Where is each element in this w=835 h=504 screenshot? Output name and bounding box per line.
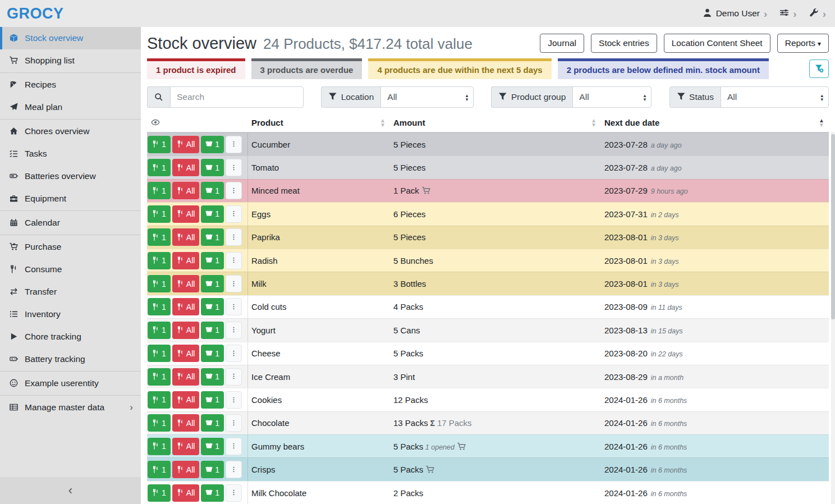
alert-overdue[interactable]: 3 products are overdue — [251, 58, 363, 79]
alert-duesoon[interactable]: 4 products are due within the next 5 day… — [368, 58, 551, 79]
consume-one-button[interactable]: 1 — [148, 275, 171, 292]
consume-one-button[interactable]: 1 — [148, 298, 171, 315]
consume-all-button[interactable]: All — [172, 438, 200, 455]
row-menu-button[interactable] — [226, 205, 242, 223]
sidebar-item-recipes[interactable]: Recipes — [0, 74, 141, 96]
alert-expired[interactable]: 1 product is expired — [147, 58, 245, 79]
consume-one-button[interactable]: 1 — [148, 484, 171, 502]
consume-one-button[interactable]: 1 — [148, 322, 171, 339]
open-one-button[interactable]: 1 — [201, 461, 224, 478]
user-menu[interactable]: Demo User › — [703, 8, 768, 19]
consume-one-button[interactable]: 1 — [148, 438, 171, 455]
sidebar-item-batteries-overview[interactable]: Batteries overview — [0, 165, 141, 187]
open-one-button[interactable]: 1 — [201, 484, 224, 502]
consume-all-button[interactable]: All — [172, 228, 200, 246]
stock-entries-button[interactable]: Stock entries — [591, 34, 657, 53]
open-one-button[interactable]: 1 — [201, 368, 224, 386]
consume-one-button[interactable]: 1 — [148, 391, 171, 409]
admin-menu[interactable]: › — [809, 8, 826, 19]
column-visibility-toggle[interactable] — [147, 113, 248, 132]
sidebar-item-purchase[interactable]: Purchase — [0, 236, 141, 258]
table-scrollbar[interactable] — [831, 132, 835, 504]
settings-menu[interactable]: › — [779, 8, 796, 19]
location-content-sheet-button[interactable]: Location Content Sheet — [664, 34, 770, 53]
sidebar-item-battery-tracking[interactable]: Battery tracking — [0, 348, 141, 370]
consume-all-button[interactable]: All — [172, 484, 200, 502]
consume-all-button[interactable]: All — [172, 461, 200, 478]
consume-one-button[interactable]: 1 — [148, 182, 171, 199]
sidebar-collapse-button[interactable]: ‹ — [0, 477, 141, 504]
consume-all-button[interactable]: All — [172, 159, 200, 176]
open-one-button[interactable]: 1 — [201, 438, 224, 455]
sidebar-item-equipment[interactable]: Equipment — [0, 187, 141, 210]
row-menu-button[interactable] — [226, 414, 242, 432]
open-one-button[interactable]: 1 — [201, 182, 224, 199]
row-menu-button[interactable] — [226, 484, 242, 502]
open-one-button[interactable]: 1 — [201, 414, 224, 432]
row-menu-button[interactable] — [226, 438, 242, 455]
sidebar-item-manage-master-data[interactable]: Manage master data› — [0, 396, 141, 419]
row-menu-button[interactable] — [226, 228, 242, 246]
sidebar-item-chores-overview[interactable]: Chores overview — [0, 120, 141, 143]
consume-all-button[interactable]: All — [172, 391, 200, 409]
consume-all-button[interactable]: All — [172, 182, 200, 199]
reports-button[interactable]: Reports▾ — [777, 34, 829, 53]
location-filter-select[interactable]: All▴▾ — [380, 86, 474, 108]
consume-one-button[interactable]: 1 — [148, 136, 171, 153]
column-header-next-due-date[interactable]: Next due date▲▼ — [601, 113, 829, 132]
consume-one-button[interactable]: 1 — [148, 414, 171, 432]
open-one-button[interactable]: 1 — [201, 345, 224, 362]
consume-one-button[interactable]: 1 — [148, 368, 171, 386]
row-menu-button[interactable] — [226, 322, 242, 339]
sidebar-item-transfer[interactable]: Transfer — [0, 281, 141, 303]
open-one-button[interactable]: 1 — [201, 391, 224, 409]
consume-all-button[interactable]: All — [172, 345, 200, 362]
row-menu-button[interactable] — [226, 182, 242, 199]
row-menu-button[interactable] — [226, 461, 242, 478]
row-menu-button[interactable] — [226, 159, 242, 176]
sidebar-item-inventory[interactable]: Inventory — [0, 303, 141, 326]
consume-all-button[interactable]: All — [172, 322, 200, 339]
sidebar-item-stock-overview[interactable]: Stock overview — [0, 27, 141, 49]
consume-one-button[interactable]: 1 — [148, 159, 171, 176]
search-input[interactable] — [177, 92, 297, 102]
consume-one-button[interactable]: 1 — [148, 345, 171, 362]
consume-all-button[interactable]: All — [172, 136, 200, 153]
open-one-button[interactable]: 1 — [201, 136, 224, 153]
sidebar-item-tasks[interactable]: Tasks — [0, 143, 141, 165]
clear-filter-button[interactable] — [809, 59, 829, 78]
sidebar-item-shopping-list[interactable]: Shopping list — [0, 49, 141, 72]
consume-all-button[interactable]: All — [172, 414, 200, 432]
alert-belowmin[interactable]: 2 products are below defined min. stock … — [558, 58, 769, 79]
row-menu-button[interactable] — [226, 298, 242, 315]
column-header-amount[interactable]: Amount▲▼ — [390, 113, 601, 132]
open-one-button[interactable]: 1 — [201, 205, 224, 223]
row-menu-button[interactable] — [226, 136, 242, 153]
sidebar-item-example-userentity[interactable]: Example userentity — [0, 372, 141, 395]
consume-all-button[interactable]: All — [172, 252, 200, 269]
row-menu-button[interactable] — [226, 275, 242, 292]
consume-all-button[interactable]: All — [172, 275, 200, 292]
status-filter-select[interactable]: All▴▾ — [721, 86, 829, 108]
consume-all-button[interactable]: All — [172, 368, 200, 386]
sidebar-item-consume[interactable]: Consume — [0, 258, 141, 281]
open-one-button[interactable]: 1 — [201, 228, 224, 246]
open-one-button[interactable]: 1 — [201, 252, 224, 269]
journal-button[interactable]: Journal — [540, 34, 584, 53]
sidebar-item-chore-tracking[interactable]: Chore tracking — [0, 326, 141, 348]
row-menu-button[interactable] — [226, 345, 242, 362]
open-one-button[interactable]: 1 — [201, 275, 224, 292]
consume-one-button[interactable]: 1 — [148, 252, 171, 269]
row-menu-button[interactable] — [226, 391, 242, 409]
open-one-button[interactable]: 1 — [201, 159, 224, 176]
row-menu-button[interactable] — [226, 368, 242, 386]
consume-one-button[interactable]: 1 — [148, 228, 171, 246]
consume-one-button[interactable]: 1 — [148, 205, 171, 223]
product-group-filter-select[interactable]: All▴▾ — [572, 86, 652, 108]
scrollbar-thumb[interactable] — [831, 134, 835, 319]
sidebar-item-meal-plan[interactable]: Meal plan — [0, 96, 141, 118]
consume-all-button[interactable]: All — [172, 205, 200, 223]
consume-one-button[interactable]: 1 — [148, 461, 171, 478]
row-menu-button[interactable] — [226, 252, 242, 269]
consume-all-button[interactable]: All — [172, 298, 200, 315]
